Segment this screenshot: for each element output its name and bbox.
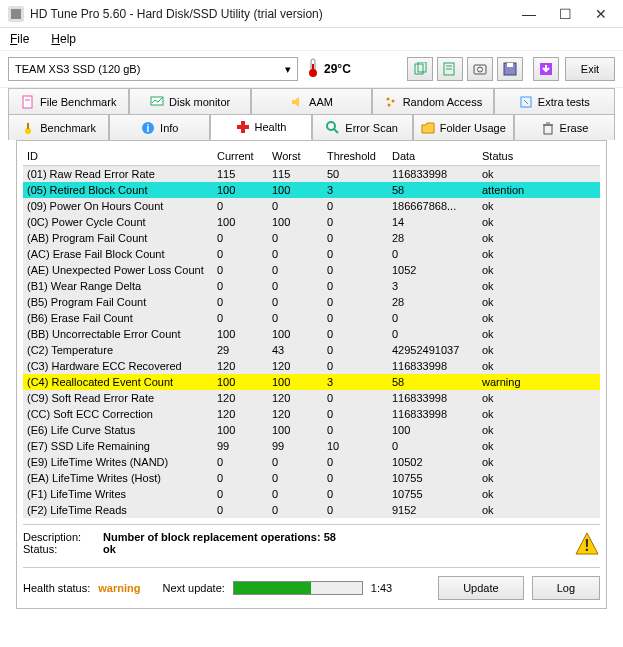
table-row[interactable]: (CC) Soft ECC Correction1201200116833998… xyxy=(23,406,600,422)
table-row[interactable]: (B6) Erase Fail Count0000ok xyxy=(23,310,600,326)
tab-benchmark[interactable]: Benchmark xyxy=(8,114,109,140)
copy-list-button[interactable] xyxy=(437,57,463,81)
cell-threshold: 0 xyxy=(323,502,388,518)
table-row[interactable]: (BB) Uncorrectable Error Count10010000ok xyxy=(23,326,600,342)
exit-button[interactable]: Exit xyxy=(565,57,615,81)
svg-line-29 xyxy=(334,129,338,133)
cell-current: 0 xyxy=(213,262,268,278)
col-status[interactable]: Status xyxy=(478,147,600,166)
table-row[interactable]: (E7) SSD Life Remaining9999100ok xyxy=(23,438,600,454)
col-threshold[interactable]: Threshold xyxy=(323,147,388,166)
cell-status: ok xyxy=(478,230,600,246)
cell-threshold: 0 xyxy=(323,278,388,294)
cell-worst: 100 xyxy=(268,182,323,198)
table-row[interactable]: (C9) Soft Read Error Rate120120011683399… xyxy=(23,390,600,406)
col-current[interactable]: Current xyxy=(213,147,268,166)
cell-status: ok xyxy=(478,502,600,518)
cell-status: ok xyxy=(478,438,600,454)
copy-info-button[interactable] xyxy=(407,57,433,81)
table-row[interactable]: (C3) Hardware ECC Recovered1201200116833… xyxy=(23,358,600,374)
tab-health[interactable]: Health xyxy=(210,114,311,140)
tab-file-benchmark[interactable]: File Benchmark xyxy=(8,88,129,114)
table-row[interactable]: (01) Raw Read Error Rate1151155011683399… xyxy=(23,166,600,183)
cell-status: ok xyxy=(478,358,600,374)
cell-data: 10755 xyxy=(388,470,478,486)
next-update-label: Next update: xyxy=(162,582,224,594)
table-row[interactable]: (AC) Erase Fail Block Count0000ok xyxy=(23,246,600,262)
cell-current: 0 xyxy=(213,310,268,326)
cell-threshold: 0 xyxy=(323,486,388,502)
options-button[interactable] xyxy=(533,57,559,81)
table-row[interactable]: (B5) Program Fail Count00028ok xyxy=(23,294,600,310)
menu-help[interactable]: Help xyxy=(45,30,82,48)
cell-status: ok xyxy=(478,422,600,438)
menubar: File Help xyxy=(0,28,623,50)
minimize-button[interactable]: — xyxy=(511,2,547,26)
tab-erase[interactable]: Erase xyxy=(514,114,615,140)
cell-worst: 0 xyxy=(268,278,323,294)
cell-current: 0 xyxy=(213,246,268,262)
cell-id: (E7) SSD Life Remaining xyxy=(23,438,213,454)
chevron-down-icon: ▾ xyxy=(285,63,291,76)
cell-data: 58 xyxy=(388,182,478,198)
table-row[interactable]: (C4) Reallocated Event Count100100358war… xyxy=(23,374,600,390)
save-button[interactable] xyxy=(497,57,523,81)
cell-current: 0 xyxy=(213,502,268,518)
tab-aam[interactable]: AAM xyxy=(251,88,372,114)
health-panel: ID Current Worst Threshold Data Status (… xyxy=(16,140,607,609)
drive-select[interactable]: TEAM XS3 SSD (120 gB) ▾ xyxy=(8,57,298,81)
table-row[interactable]: (F2) LifeTime Reads0009152ok xyxy=(23,502,600,518)
svg-point-18 xyxy=(391,99,394,102)
col-data[interactable]: Data xyxy=(388,147,478,166)
next-update-progress xyxy=(233,581,363,595)
cell-id: (C4) Reallocated Event Count xyxy=(23,374,213,390)
table-row[interactable]: (09) Power On Hours Count000186667868...… xyxy=(23,198,600,214)
cell-threshold: 0 xyxy=(323,294,388,310)
cell-id: (E6) Life Curve Status xyxy=(23,422,213,438)
table-row[interactable]: (C2) Temperature2943042952491037ok xyxy=(23,342,600,358)
tab-folder-usage[interactable]: Folder Usage xyxy=(413,114,514,140)
table-row[interactable]: (B1) Wear Range Delta0003ok xyxy=(23,278,600,294)
cell-id: (B5) Program Fail Count xyxy=(23,294,213,310)
update-button[interactable]: Update xyxy=(438,576,523,600)
screenshot-button[interactable] xyxy=(467,57,493,81)
close-button[interactable]: ✕ xyxy=(583,2,619,26)
tab-error-scan[interactable]: Error Scan xyxy=(312,114,413,140)
table-row[interactable]: (AE) Unexpected Power Loss Count0001052o… xyxy=(23,262,600,278)
warning-icon: ! xyxy=(574,531,600,559)
tab-disk-monitor[interactable]: Disk monitor xyxy=(129,88,250,114)
health-status-value: warning xyxy=(98,582,140,594)
cell-worst: 120 xyxy=(268,390,323,406)
table-row[interactable]: (AB) Program Fail Count00028ok xyxy=(23,230,600,246)
table-row[interactable]: (F1) LifeTime Writes00010755ok xyxy=(23,486,600,502)
cell-id: (F1) LifeTime Writes xyxy=(23,486,213,502)
cell-status: ok xyxy=(478,294,600,310)
tab-info[interactable]: iInfo xyxy=(109,114,210,140)
cell-worst: 0 xyxy=(268,262,323,278)
app-icon xyxy=(8,6,24,22)
maximize-button[interactable]: ☐ xyxy=(547,2,583,26)
cell-id: (C9) Soft Read Error Rate xyxy=(23,390,213,406)
cell-data: 0 xyxy=(388,438,478,454)
cell-current: 115 xyxy=(213,166,268,183)
svg-rect-0 xyxy=(11,9,21,19)
table-row[interactable]: (EA) LifeTime Writes (Host)00010755ok xyxy=(23,470,600,486)
cell-status: ok xyxy=(478,470,600,486)
cell-status: ok xyxy=(478,214,600,230)
table-row[interactable]: (05) Retired Block Count100100358attenti… xyxy=(23,182,600,198)
cell-current: 0 xyxy=(213,486,268,502)
cell-current: 0 xyxy=(213,470,268,486)
col-worst[interactable]: Worst xyxy=(268,147,323,166)
tab-extra-tests[interactable]: Extra tests xyxy=(494,88,615,114)
tab-random-access[interactable]: Random Access xyxy=(372,88,493,114)
log-button[interactable]: Log xyxy=(532,576,600,600)
table-row[interactable]: (E9) LifeTime Writes (NAND)00010502ok xyxy=(23,454,600,470)
cell-current: 29 xyxy=(213,342,268,358)
table-row[interactable]: (0C) Power Cycle Count100100014ok xyxy=(23,214,600,230)
cell-id: (E9) LifeTime Writes (NAND) xyxy=(23,454,213,470)
table-row[interactable]: (E6) Life Curve Status1001000100ok xyxy=(23,422,600,438)
cell-current: 0 xyxy=(213,198,268,214)
col-id[interactable]: ID xyxy=(23,147,213,166)
file-benchmark-icon xyxy=(21,95,35,109)
menu-file[interactable]: File xyxy=(4,30,35,48)
